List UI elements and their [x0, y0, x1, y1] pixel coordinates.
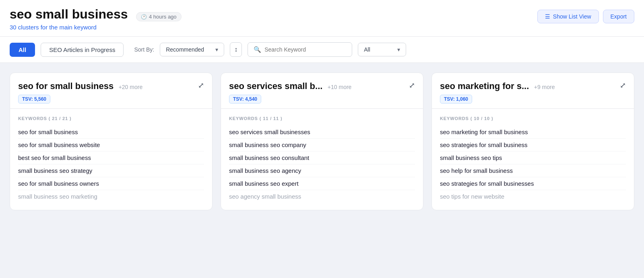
tab-seo-articles-in-progress[interactable]: SEO Articles in Progress	[41, 43, 124, 57]
keyword-item: small business seo expert	[229, 177, 415, 190]
search-input[interactable]	[264, 46, 346, 53]
page-header: seo small business 🕐 4 hours ago 30 clus…	[0, 0, 644, 37]
tsv-badge: TSV: 4,540	[229, 95, 261, 104]
keyword-item: seo for small business owners	[18, 177, 204, 190]
tsv-badge: TSV: 1,060	[440, 95, 472, 104]
sort-by-label: Sort By:	[134, 46, 154, 53]
card-title: seo marketing for s...	[440, 81, 529, 91]
keyword-item: seo services small businesses	[229, 126, 415, 139]
card-more-count: +20 more	[119, 84, 143, 90]
export-button[interactable]: Export	[603, 10, 634, 23]
clusters-subtitle: 30 clusters for the main keyword	[10, 24, 182, 31]
keywords-count-label: KEYWORDS ( 11 / 11 )	[229, 116, 415, 121]
page-title: seo small business	[10, 7, 128, 21]
tab-all[interactable]: All	[10, 43, 35, 57]
sort-value: Recommended	[166, 46, 204, 53]
sort-dropdown[interactable]: Recommended ▾	[160, 43, 224, 56]
expand-icon[interactable]: ⤢	[620, 81, 626, 90]
filter-toolbar: All SEO Articles in Progress Sort By: Re…	[0, 37, 644, 63]
keyword-item: small business seo strategy	[18, 164, 204, 177]
keyword-item: seo marketing for small business	[440, 126, 626, 139]
keyword-item: best seo for small business	[18, 151, 204, 164]
search-icon: 🔍	[254, 46, 261, 53]
page-title-row: seo small business 🕐 4 hours ago	[10, 7, 182, 21]
header-actions: ☰ Show List View Export	[537, 10, 634, 23]
card-title-group: seo marketing for s... +9 more	[440, 81, 555, 91]
keyword-item: small business seo consultant	[229, 151, 415, 164]
chevron-down-icon: ▾	[215, 46, 218, 53]
tsv-badge: TSV: 5,560	[18, 95, 50, 104]
filter-value: All	[364, 46, 370, 53]
keyword-card-2: seo services small b... +10 more ⤢ TSV: …	[221, 73, 423, 210]
keyword-item: small business seo marketing	[18, 190, 204, 203]
keyword-card-3: seo marketing for s... +9 more ⤢ TSV: 1,…	[431, 73, 634, 210]
keyword-card-1: seo for small business +20 more ⤢ TSV: 5…	[10, 73, 213, 210]
keyword-item: seo strategies for small businesses	[440, 177, 626, 190]
filter-dropdown[interactable]: All ▾	[358, 43, 406, 56]
keyword-item: small business seo tips	[440, 151, 626, 164]
expand-icon[interactable]: ⤢	[198, 81, 204, 90]
keyword-item: seo strategies for small business	[440, 139, 626, 151]
keyword-item: seo agency small business	[229, 190, 415, 203]
keyword-item: small business seo company	[229, 139, 415, 151]
card-title-row: seo services small b... +10 more ⤢	[229, 81, 415, 91]
sort-order-icon: ↕	[234, 46, 237, 53]
list-view-button[interactable]: ☰ Show List View	[537, 10, 599, 23]
card-header: seo marketing for s... +9 more ⤢ TSV: 1,…	[432, 73, 634, 109]
keyword-item: seo help for small business	[440, 164, 626, 177]
keyword-item: seo for small business	[18, 126, 204, 139]
card-title-group: seo for small business +20 more	[18, 81, 142, 91]
card-title-row: seo for small business +20 more ⤢	[18, 81, 204, 91]
keywords-count-label: KEYWORDS ( 10 / 10 )	[440, 116, 626, 121]
card-title: seo services small b...	[229, 81, 322, 91]
keywords-count-label: KEYWORDS ( 21 / 21 )	[18, 116, 204, 121]
keyword-item: small business seo agency	[229, 164, 415, 177]
card-body: KEYWORDS ( 11 / 11 ) seo services small …	[221, 109, 423, 210]
card-header: seo services small b... +10 more ⤢ TSV: …	[221, 73, 423, 109]
card-more-count: +10 more	[328, 84, 352, 90]
card-title: seo for small business	[18, 81, 114, 91]
card-body: KEYWORDS ( 10 / 10 ) seo marketing for s…	[432, 109, 634, 210]
time-badge: 🕐 4 hours ago	[136, 12, 182, 21]
keyword-item: seo tips for new website	[440, 190, 626, 203]
keyword-item: seo for small business website	[18, 139, 204, 151]
card-title-group: seo services small b... +10 more	[229, 81, 351, 91]
card-title-row: seo marketing for s... +9 more ⤢	[440, 81, 626, 91]
card-header: seo for small business +20 more ⤢ TSV: 5…	[10, 73, 212, 109]
cards-container: seo for small business +20 more ⤢ TSV: 5…	[0, 63, 644, 220]
filter-chevron-icon: ▾	[397, 46, 400, 53]
card-more-count: +9 more	[534, 84, 555, 90]
expand-icon[interactable]: ⤢	[409, 81, 415, 90]
search-box[interactable]: 🔍	[248, 42, 352, 57]
clock-icon: 🕐	[141, 14, 147, 20]
header-left: seo small business 🕐 4 hours ago 30 clus…	[10, 7, 182, 31]
card-body: KEYWORDS ( 21 / 21 ) seo for small busin…	[10, 109, 212, 210]
list-icon: ☰	[545, 13, 550, 20]
sort-order-button[interactable]: ↕	[230, 42, 242, 57]
